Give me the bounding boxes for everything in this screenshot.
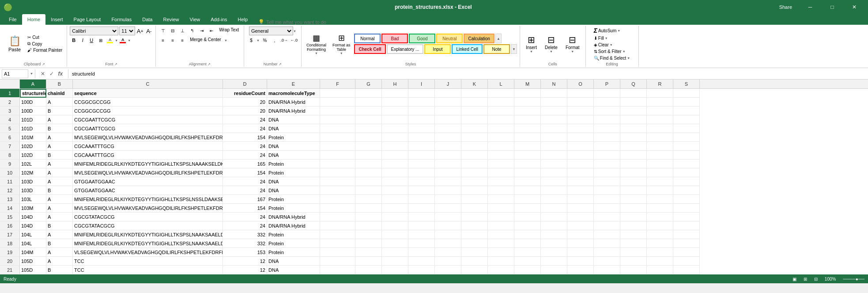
cell-r-4[interactable]	[647, 124, 673, 133]
cell-i-13[interactable]	[408, 204, 435, 213]
cell-e-11[interactable]: DNA	[267, 186, 320, 195]
cell-s-5[interactable]	[673, 133, 700, 142]
cell-r-17[interactable]	[647, 239, 673, 248]
row-num-20[interactable]: 20	[0, 257, 20, 266]
cell-c-19[interactable]: TCC	[73, 257, 223, 266]
cell-s-11[interactable]	[673, 186, 700, 195]
cell-reference-box[interactable]: A1	[2, 69, 28, 78]
cell-o-13[interactable]	[567, 204, 594, 213]
cell-q-16[interactable]	[620, 230, 647, 239]
col-header-d[interactable]: D	[223, 80, 267, 88]
cell-e-13[interactable]: Protein	[267, 204, 320, 213]
cell-k-0[interactable]	[461, 89, 488, 98]
cell-q-12[interactable]	[620, 195, 647, 204]
cell-a-20[interactable]: 105D	[20, 266, 46, 274]
cell-p-17[interactable]	[594, 239, 620, 248]
cell-a-15[interactable]: 104D	[20, 221, 46, 230]
cell-o-10[interactable]	[567, 177, 594, 186]
view-page-break-button[interactable]: ⊟	[814, 277, 818, 282]
col-header-p[interactable]: P	[594, 80, 620, 88]
cell-k-19[interactable]	[461, 257, 488, 266]
cell-f-17[interactable]	[320, 239, 355, 248]
cell-h-6[interactable]	[382, 142, 408, 151]
cell-f-16[interactable]	[320, 230, 355, 239]
cell-b-5[interactable]: A	[46, 133, 73, 142]
styles-scroll-up[interactable]: ▲	[495, 34, 502, 43]
cell-i-3[interactable]	[408, 115, 435, 124]
cell-r-12[interactable]	[647, 195, 673, 204]
cell-s-19[interactable]	[673, 257, 700, 266]
cell-e-14[interactable]: DNA/RNA Hybrid	[267, 213, 320, 221]
cell-m-9[interactable]	[514, 168, 541, 177]
tab-formulas[interactable]: Formulas	[106, 14, 137, 25]
cell-e-0[interactable]: macromoleculeType	[267, 89, 320, 98]
row-num-17[interactable]: 17	[0, 230, 20, 239]
cell-i-11[interactable]	[408, 186, 435, 195]
conditional-formatting-button[interactable]: ▦ Conditional Formatting ▼	[304, 32, 328, 56]
cell-b-8[interactable]: A	[46, 160, 73, 168]
formula-input[interactable]	[70, 71, 866, 76]
wrap-text-button[interactable]: Wrap Text	[217, 27, 241, 34]
cell-i-4[interactable]	[408, 124, 435, 133]
cell-r-7[interactable]	[647, 151, 673, 160]
cell-c-10[interactable]: GTGGAATGGAAC	[73, 177, 223, 186]
cell-i-16[interactable]	[408, 230, 435, 239]
row-num-12[interactable]: 12	[0, 186, 20, 195]
cell-s-10[interactable]	[673, 177, 700, 186]
dropdown-arrow-sort[interactable]: ▼	[623, 50, 626, 53]
cell-l-20[interactable]	[488, 266, 514, 274]
cell-o-7[interactable]	[567, 151, 594, 160]
cell-g-7[interactable]	[355, 151, 382, 160]
dropdown-arrow-merge[interactable]: ▼	[224, 39, 227, 42]
cell-d-15[interactable]: 24	[223, 221, 267, 230]
styles-scroll-down[interactable]: ▼	[511, 44, 517, 54]
cell-g-12[interactable]	[355, 195, 382, 204]
good-style[interactable]: Good	[409, 34, 435, 43]
cell-i-5[interactable]	[408, 133, 435, 142]
cell-e-12[interactable]: Protein	[267, 195, 320, 204]
cell-l-12[interactable]	[488, 195, 514, 204]
cell-o-16[interactable]	[567, 230, 594, 239]
cell-j-15[interactable]	[435, 221, 461, 230]
row-num-4[interactable]: 4	[0, 115, 20, 124]
cell-a-3[interactable]: 101D	[20, 115, 46, 124]
col-header-f[interactable]: F	[320, 80, 355, 88]
cell-i-12[interactable]	[408, 195, 435, 204]
cell-s-7[interactable]	[673, 151, 700, 160]
cell-l-3[interactable]	[488, 115, 514, 124]
cell-c-3[interactable]: CGCGAATTCGCG	[73, 115, 223, 124]
cell-i-8[interactable]	[408, 160, 435, 168]
number-format-select[interactable]: General	[249, 27, 293, 35]
cell-f-0[interactable]	[320, 89, 355, 98]
maximize-button[interactable]: □	[822, 0, 842, 14]
input-style[interactable]: Input	[424, 44, 451, 54]
row-num-8[interactable]: 8	[0, 151, 20, 160]
dropdown-arrow-clear[interactable]: ▼	[610, 43, 613, 46]
cell-i-20[interactable]	[408, 266, 435, 274]
insert-cells-button[interactable]: ⊞ Insert ▼	[523, 33, 540, 54]
cell-p-12[interactable]	[594, 195, 620, 204]
cell-m-7[interactable]	[514, 151, 541, 160]
cell-n-11[interactable]	[541, 186, 567, 195]
cell-s-0[interactable]	[673, 89, 700, 98]
cell-h-17[interactable]	[382, 239, 408, 248]
cell-d-6[interactable]: 24	[223, 142, 267, 151]
cell-e-18[interactable]: Protein	[267, 248, 320, 257]
row-num-5[interactable]: 5	[0, 124, 20, 133]
cell-i-2[interactable]	[408, 107, 435, 115]
cell-j-10[interactable]	[435, 177, 461, 186]
cell-s-15[interactable]	[673, 221, 700, 230]
cell-n-4[interactable]	[541, 124, 567, 133]
cell-f-6[interactable]	[320, 142, 355, 151]
col-header-q[interactable]: Q	[620, 80, 647, 88]
cell-g-2[interactable]	[355, 107, 382, 115]
dropdown-arrow-delete[interactable]: ▼	[550, 50, 553, 53]
cell-s-4[interactable]	[673, 124, 700, 133]
cell-p-13[interactable]	[594, 204, 620, 213]
row-num-10[interactable]: 10	[0, 168, 20, 177]
cell-c-4[interactable]: CGCGAATTCGCG	[73, 124, 223, 133]
cell-h-12[interactable]	[382, 195, 408, 204]
row-num-19[interactable]: 19	[0, 248, 20, 257]
cell-l-11[interactable]	[488, 186, 514, 195]
cell-g-14[interactable]	[355, 213, 382, 221]
